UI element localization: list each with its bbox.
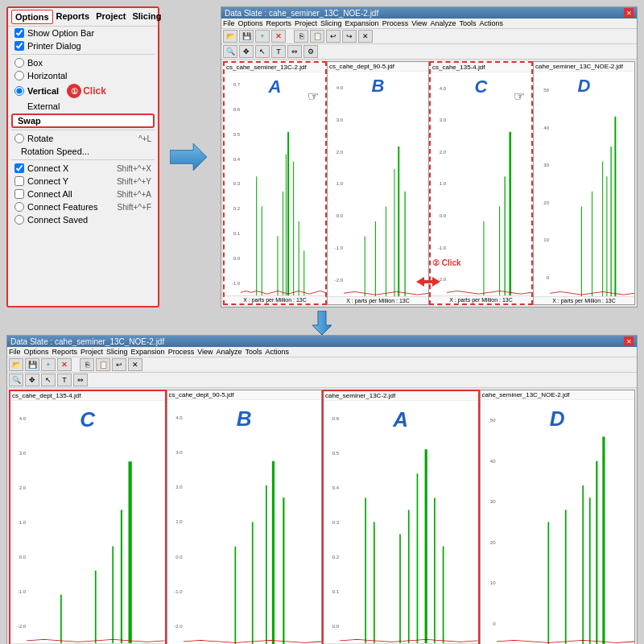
bmenu-view[interactable]: View <box>197 348 213 356</box>
tb-x[interactable]: ✕ <box>358 30 373 43</box>
connect-saved-radio[interactable] <box>14 215 24 225</box>
tb-save[interactable]: 💾 <box>239 30 254 43</box>
menu-reports[interactable]: Reports <box>53 10 93 24</box>
tb-copy[interactable]: ⎘ <box>294 30 308 43</box>
connect-features-radio[interactable] <box>14 202 24 212</box>
chart-B-label: B <box>372 76 385 97</box>
rotate-radio[interactable] <box>14 134 24 143</box>
connect-features-item[interactable]: Connect Features Shift+^+F <box>8 200 158 213</box>
hand-icon-A: ☞ <box>308 89 319 104</box>
tb-open[interactable]: 📂 <box>223 30 237 43</box>
rotation-speed-item[interactable]: Rotation Speed... <box>8 145 158 158</box>
menu-analyze[interactable]: Analyze <box>431 19 456 27</box>
btb-text[interactable]: T <box>57 374 72 386</box>
rotate-item[interactable]: Rotate ^+L <box>8 132 158 145</box>
bottom-chart-C-yaxis: 4.03.02.01.00.0-1.0-2.0 <box>10 401 27 643</box>
menu-expansion[interactable]: Expansion <box>345 19 379 27</box>
btb-del[interactable]: ✕ <box>57 358 72 371</box>
bmenu-process[interactable]: Process <box>168 348 195 356</box>
show-option-bar-label: Show Option Bar <box>27 28 94 38</box>
bmenu-options[interactable]: Options <box>24 348 49 356</box>
tb-zoom[interactable]: 🔍 <box>223 45 237 58</box>
tb-paste[interactable]: 📋 <box>310 30 324 43</box>
bmenu-analyze[interactable]: Analyze <box>217 348 242 356</box>
bottom-chart-A: cahe_seminer_13C-2.jdf 0.60.50.40.30.20.… <box>322 390 480 644</box>
chart-D: cahe_seminer_13C_NOE-2.jdf 50403020100 <box>533 61 635 305</box>
menu-project2[interactable]: Project <box>295 19 317 27</box>
connect-y-label: Connect Y <box>27 176 68 186</box>
top-slate-close[interactable]: ✕ <box>624 8 634 18</box>
bmenu-project[interactable]: Project <box>80 348 103 356</box>
menu-bar: Options Reports Project Slicing <box>8 8 158 27</box>
tb-pan[interactable]: ✥ <box>239 45 254 58</box>
connect-all-shortcut: Shift+^+A <box>117 190 151 199</box>
menu-process[interactable]: Process <box>382 19 409 27</box>
chart-A-area <box>241 72 325 295</box>
menu-file[interactable]: File <box>223 19 235 27</box>
menu-tools[interactable]: Tools <box>460 19 477 27</box>
menu-slicing[interactable]: Slicing <box>129 10 164 24</box>
tb-undo[interactable]: ↩ <box>326 30 341 43</box>
bmenu-actions[interactable]: Actions <box>266 348 290 356</box>
swap-item[interactable]: Swap <box>11 114 155 128</box>
horizontal-item[interactable]: Horizontal <box>8 69 158 82</box>
bottom-slate-toolbar2: 🔍 ✥ ↖ T ⇔ <box>7 373 637 388</box>
bmenu-expansion[interactable]: Expansion <box>131 348 165 356</box>
printer-dialog-check[interactable] <box>14 41 24 51</box>
tb-redo[interactable]: ↪ <box>342 30 357 43</box>
bottom-chart-A-yaxis: 0.60.50.40.30.20.10.0 <box>324 401 340 643</box>
chart-B-yaxis: 4.03.02.01.00.0-1.0-2.0 <box>328 72 344 296</box>
connect-all-item[interactable]: Connect All Shift+^+A <box>8 188 158 200</box>
printer-dialog-item[interactable]: Printer Dialog <box>8 39 158 52</box>
chart-D-title: cahe_seminer_13C_NOE-2.jdf <box>534 62 634 72</box>
bottom-slate-close[interactable]: ✕ <box>624 336 634 346</box>
menu-options[interactable]: Options <box>11 10 53 24</box>
bmenu-slicing[interactable]: Slicing <box>106 348 128 356</box>
tb-text[interactable]: T <box>271 45 286 58</box>
btb-open[interactable]: 📂 <box>9 358 23 371</box>
connect-y-item[interactable]: Connect Y Shift+^+Y <box>8 175 158 188</box>
bmenu-reports[interactable]: Reports <box>52 348 78 356</box>
menu-options[interactable]: Options <box>238 19 263 27</box>
horizontal-radio[interactable] <box>14 71 24 80</box>
tb-add[interactable]: + <box>255 30 270 43</box>
connect-saved-item[interactable]: Connect Saved <box>8 213 158 226</box>
box-item[interactable]: Box <box>8 56 158 69</box>
show-option-bar-check[interactable] <box>14 28 24 38</box>
bottom-chart-A-area <box>340 401 478 643</box>
btb-zoom[interactable]: 🔍 <box>9 374 23 386</box>
bottom-chart-C-title: cs_cahe_dept_135-4.jdf <box>10 391 165 401</box>
connect-all-label: Connect All <box>27 189 72 199</box>
show-option-bar-item[interactable]: Show Option Bar <box>8 27 158 39</box>
connect-x-item[interactable]: Connect X Shift+^+X <box>8 162 158 175</box>
menu-actions[interactable]: Actions <box>480 19 504 27</box>
menu-slicing2[interactable]: Slicing <box>320 19 342 27</box>
bmenu-tools[interactable]: Tools <box>246 348 262 356</box>
btb-x[interactable]: ✕ <box>128 358 142 371</box>
menu-project[interactable]: Project <box>93 10 129 24</box>
vertical-radio[interactable] <box>14 86 24 96</box>
btb-save[interactable]: 💾 <box>25 358 39 371</box>
connect-y-check[interactable] <box>14 176 24 186</box>
tb-settings[interactable]: ⚙ <box>303 45 318 58</box>
btb-pan[interactable]: ✥ <box>25 374 39 386</box>
btb-add[interactable]: + <box>41 358 56 371</box>
menu-reports2[interactable]: Reports <box>266 19 292 27</box>
bmenu-file[interactable]: File <box>9 348 21 356</box>
connect-all-check[interactable] <box>14 189 24 199</box>
box-radio[interactable] <box>14 58 24 68</box>
tb-select[interactable]: ↖ <box>255 45 270 58</box>
connect-x-check[interactable] <box>14 163 24 173</box>
btb-copy[interactable]: ⎘ <box>80 358 94 371</box>
tb-del[interactable]: ✕ <box>271 30 286 43</box>
btb-undo[interactable]: ↩ <box>112 358 126 371</box>
bottom-chart-A-label: A <box>393 407 408 432</box>
tb-measure[interactable]: ⇔ <box>287 45 302 58</box>
menu-view[interactable]: View <box>411 19 427 27</box>
vertical-item[interactable]: Vertical ① Click <box>8 82 158 100</box>
btb-paste[interactable]: 📋 <box>96 358 110 371</box>
external-item[interactable]: External <box>8 100 158 113</box>
btb-select[interactable]: ↖ <box>41 374 56 386</box>
btb-measure[interactable]: ⇔ <box>73 374 88 386</box>
arrow-container <box>166 6 214 308</box>
